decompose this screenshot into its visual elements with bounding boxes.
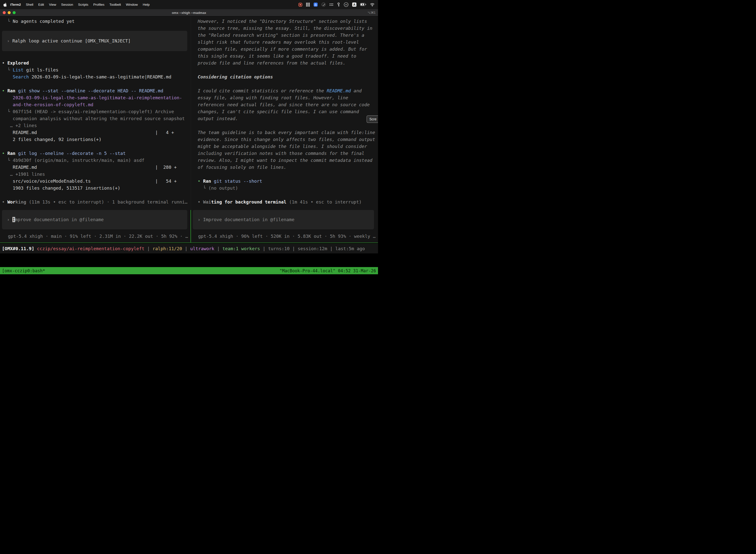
text-segment: Ran bbox=[203, 178, 211, 184]
terminal-line: • Working (11m 13s • esc to interrupt) ·… bbox=[2, 199, 191, 206]
menu-items: ShellEditViewSessionScriptsProfilesToolb… bbox=[23, 3, 152, 6]
tmux-session-label[interactable]: [omx-cczip0:bash* bbox=[2, 268, 45, 273]
text-segment: • bbox=[2, 199, 7, 205]
menu-item-toolbelt[interactable]: Toolbelt bbox=[107, 3, 124, 6]
text-segment: (1m 41s • esc to interrupt) bbox=[287, 199, 362, 205]
screen-recording-icon[interactable] bbox=[298, 3, 302, 7]
key-icon[interactable] bbox=[337, 2, 340, 7]
text-segment: ralph:11/20 bbox=[152, 246, 182, 251]
close-button[interactable] bbox=[3, 11, 6, 14]
minimize-button[interactable] bbox=[8, 11, 11, 14]
terminal-line: companion analysis without altering the … bbox=[2, 115, 191, 122]
blue-app-icon[interactable] bbox=[314, 2, 318, 7]
window-title: omx --xhigh --madmax bbox=[0, 11, 378, 15]
terminal-line: 1903 files changed, 513517 insertions(+) bbox=[2, 185, 191, 191]
terminal-line: gpt-5.4 xhigh · main · 91% left · 2.31M … bbox=[8, 233, 188, 240]
menu-item-scripts[interactable]: Scripts bbox=[76, 3, 91, 6]
omx-status-bar: [OMX#0.11.9] cczip/essay/ai-reimplementa… bbox=[0, 243, 378, 254]
terminal-line bbox=[2, 191, 191, 199]
menu-item-window[interactable]: Window bbox=[123, 3, 140, 6]
terminal-line bbox=[198, 66, 378, 73]
terminal-line: └ (no output) bbox=[198, 185, 378, 191]
menu-item-edit[interactable]: Edit bbox=[36, 3, 46, 6]
text-segment: The team guideline is to back every impo… bbox=[198, 130, 375, 135]
terminal-line: of focusing solely on file lines. bbox=[198, 164, 378, 171]
terminal-line: 2 files changed, 92 insertions(+) bbox=[2, 136, 191, 143]
text-segment: changes, I can't cite specific file line… bbox=[198, 109, 359, 114]
terminal-line: Search 2026-03-09-is-legal-the-same-as-l… bbox=[2, 73, 191, 80]
terminal-line: provide file and line references from th… bbox=[198, 60, 378, 66]
text-segment: README.md bbox=[327, 88, 351, 93]
terminal-line: changes, I can't cite specific file line… bbox=[198, 108, 378, 115]
terminal: └ No agents completed yet › Ralph loop a… bbox=[0, 16, 378, 243]
menu-bar: iTerm2 ShellEditViewSessionScriptsProfil… bbox=[0, 0, 378, 9]
terminal-line: the source tree, missing the essay. Stil… bbox=[198, 25, 378, 32]
text-segment: of focusing solely on file lines. bbox=[198, 165, 287, 170]
text-segment: essay file, along with finding root file… bbox=[198, 95, 348, 100]
apple-menu[interactable] bbox=[3, 3, 8, 7]
terminal-line: README.md | 280 + bbox=[2, 164, 191, 171]
text-segment: • bbox=[2, 151, 7, 156]
menu-item-session[interactable]: Session bbox=[59, 3, 76, 6]
text-segment: cczip/essay/ai-reimplementation-copyleft bbox=[37, 246, 144, 251]
menu-item-view[interactable]: View bbox=[47, 3, 59, 6]
text-segment: Ralph loop active continue [OMX_TMUX_INJ… bbox=[12, 38, 131, 44]
left-transcript: • Explored └ List git ls-files Search 20… bbox=[2, 60, 191, 206]
terminal-line: 2026-03-09-is-legal-the-same-as-legitima… bbox=[2, 94, 191, 101]
menu-status-icons: .61 A bbox=[298, 2, 375, 7]
terminal-line: └ No agents completed yet bbox=[2, 18, 191, 25]
text-segment: evidence. Since this change only affects… bbox=[198, 137, 375, 142]
text-segment: this single essay, it seems like a good … bbox=[198, 53, 356, 59]
right-pane[interactable]: However, I noticed the "Directory Struct… bbox=[191, 16, 378, 242]
gauge-value: .61 bbox=[345, 4, 348, 5]
left-pane[interactable]: └ No agents completed yet › Ralph loop a… bbox=[0, 16, 191, 242]
zoom-button[interactable] bbox=[13, 11, 16, 14]
text-segment: Wai bbox=[203, 199, 211, 205]
terminal-line: … +1901 lines bbox=[2, 171, 191, 178]
terminal-line: › Improve documentation in @filename bbox=[7, 216, 187, 223]
text-segment: ting for background terminal bbox=[211, 199, 286, 205]
title-bar: omx --xhigh --madmax ⌥⌘1 bbox=[0, 9, 378, 16]
terminal-line: • Explored bbox=[2, 60, 191, 66]
dark-app-icon[interactable] bbox=[321, 2, 326, 7]
notification-sliver[interactable]: Scre bbox=[367, 115, 378, 123]
text-segment: └ bbox=[2, 67, 13, 72]
menu-item-profiles[interactable]: Profiles bbox=[91, 3, 107, 6]
text-segment: › bbox=[7, 38, 12, 44]
menu-item-help[interactable]: Help bbox=[140, 3, 152, 6]
text-segment: • bbox=[198, 199, 203, 205]
text-segment: Search bbox=[13, 74, 29, 79]
right-transcript: However, I noticed the "Directory Struct… bbox=[198, 18, 378, 206]
pane-divider[interactable] bbox=[190, 210, 191, 243]
text-segment: • bbox=[2, 88, 7, 93]
grid-icon[interactable] bbox=[306, 3, 310, 6]
battery-icon[interactable] bbox=[360, 3, 366, 6]
text-segment: 2 files changed, 92 insertions(+) bbox=[2, 137, 102, 142]
text-segment: git log --oneline --decorate -n 5 --stat bbox=[15, 151, 126, 156]
terminal-line: └ List git ls-files bbox=[2, 66, 191, 73]
gauge-icon[interactable]: .61 bbox=[344, 2, 349, 7]
text-segment: the "Related research writing" section i… bbox=[198, 33, 364, 38]
input-source-icon[interactable]: A bbox=[352, 2, 357, 7]
text-segment: slight risk that future readers may over… bbox=[198, 40, 359, 45]
wifi-icon[interactable] bbox=[370, 3, 375, 6]
text-segment: | bbox=[214, 246, 223, 251]
terminal-line: › Improve documentation in @filename bbox=[198, 216, 374, 223]
prompt-input-right[interactable]: › Improve documentation in @filename bbox=[193, 210, 374, 229]
prompt-input-left[interactable]: › Improve documentation in @filename bbox=[2, 210, 187, 229]
text-segment: review. Also, I might want to inspect th… bbox=[198, 158, 372, 163]
text-segment: gpt-5.4 xhigh · main · 91% left · 2.31M … bbox=[8, 233, 188, 239]
text-segment: | turns:10 | session:12m | last:5m ago bbox=[260, 246, 365, 251]
text-segment: └ 4b9d30f (origin/main, instructkr/main,… bbox=[2, 158, 144, 163]
terminal-line: The team guideline is to back every impo… bbox=[198, 129, 378, 136]
menu-item-shell[interactable]: Shell bbox=[23, 3, 36, 6]
text-segment: might be acceptable alongside the file l… bbox=[198, 144, 367, 149]
terminal-line: references need actual files, and since … bbox=[198, 101, 378, 108]
text-segment: • bbox=[2, 60, 7, 65]
left-session-status: gpt-5.4 xhigh · main · 91% left · 2.31M … bbox=[8, 233, 188, 240]
terminal-line bbox=[198, 191, 378, 199]
text-segment: … +2 lines bbox=[2, 123, 37, 128]
dots-grid-icon[interactable] bbox=[329, 3, 333, 6]
menu-item-app-name[interactable]: iTerm2 bbox=[8, 3, 23, 6]
terminal-line: companion file, especially if more comme… bbox=[198, 46, 378, 53]
